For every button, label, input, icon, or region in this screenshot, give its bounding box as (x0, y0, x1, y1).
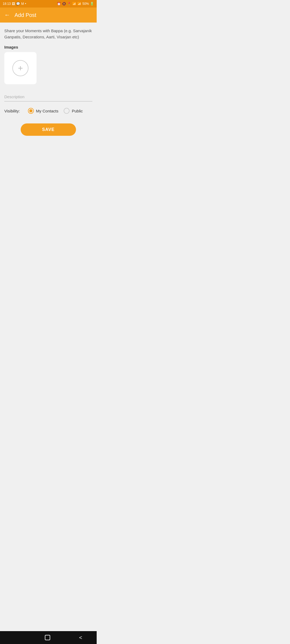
location-icon: 📍 (67, 2, 71, 6)
images-section: Images + (4, 45, 92, 84)
wifi-icon: 📶 (72, 2, 76, 6)
app-bar-title: Add Post (15, 12, 36, 18)
status-bar: 18:13 🖼 💬 M • ⏰ 🔕 📍 📶 📶 50% 🔋 (0, 0, 97, 8)
back-button[interactable]: ← (4, 12, 10, 19)
alarm-icon: ⏰ (57, 2, 61, 6)
save-button[interactable]: SAVE (21, 123, 76, 136)
radio-group: My Contacts Public (28, 108, 83, 114)
radio-label-public: Public (72, 109, 83, 113)
save-section: SAVE (4, 123, 92, 136)
visibility-section: Visibility: My Contacts Public (4, 108, 92, 114)
radio-label-my-contacts: My Contacts (36, 109, 58, 113)
radio-my-contacts[interactable]: My Contacts (28, 108, 58, 114)
message-icon: 💬 (16, 2, 20, 6)
description-input[interactable] (4, 92, 92, 101)
main-content: Share your Moments with Bappa (e.g. Sarv… (0, 23, 97, 147)
add-image-button[interactable]: + (4, 52, 37, 84)
radio-public[interactable]: Public (64, 108, 83, 114)
intro-description: Share your Moments with Bappa (e.g. Sarv… (4, 28, 92, 40)
battery-text: 50% (82, 2, 89, 6)
battery-icon: 🔋 (90, 2, 94, 6)
signal-icon: M (21, 2, 24, 6)
status-right: ⏰ 🔕 📍 📶 📶 50% 🔋 (57, 2, 94, 6)
radio-inner-my-contacts (29, 109, 32, 112)
images-label: Images (4, 45, 92, 49)
signal-bars-icon: 📶 (77, 2, 81, 6)
dot-icon: • (25, 2, 26, 6)
visibility-label: Visibility: (4, 109, 20, 113)
plus-circle-icon: + (12, 60, 28, 76)
radio-circle-public (64, 108, 70, 114)
mute-icon: 🔕 (62, 2, 66, 6)
radio-circle-my-contacts (28, 108, 34, 114)
status-left: 18:13 🖼 💬 M • (3, 2, 26, 6)
photo-icon: 🖼 (12, 2, 15, 6)
app-bar: ← Add Post (0, 8, 97, 23)
status-time: 18:13 (3, 2, 11, 6)
description-section (4, 92, 92, 101)
